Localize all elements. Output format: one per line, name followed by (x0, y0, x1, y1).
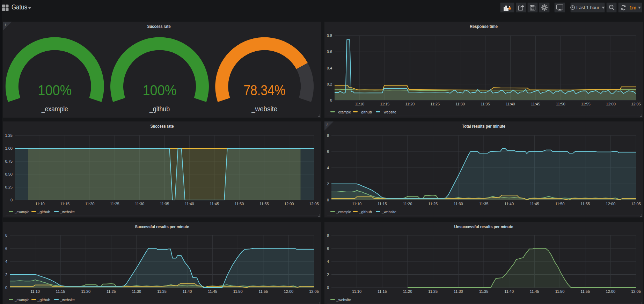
svg-text:11:30: 11:30 (135, 202, 144, 206)
svg-text:11:55: 11:55 (581, 102, 591, 106)
svg-text:11:35: 11:35 (479, 289, 489, 294)
svg-text:8: 8 (327, 233, 329, 237)
svg-text:100%: 100% (143, 82, 177, 98)
svg-text:12:05: 12:05 (631, 202, 641, 206)
svg-text:_website: _website (336, 298, 351, 302)
svg-text:0: 0 (10, 198, 13, 202)
svg-text:11:40: 11:40 (183, 289, 192, 294)
svg-text:11:15: 11:15 (378, 202, 387, 206)
svg-text:11:45: 11:45 (530, 202, 539, 206)
svg-text:Successful results per minute: Successful results per minute (135, 224, 189, 229)
svg-text:0.50: 0.50 (5, 172, 13, 176)
svg-text:6: 6 (327, 149, 329, 154)
svg-text:11:45: 11:45 (531, 102, 540, 106)
svg-text:_website: _website (251, 105, 277, 113)
svg-text:_example: _example (336, 210, 351, 214)
svg-text:11:40: 11:40 (506, 102, 515, 106)
svg-text:12:00: 12:00 (284, 289, 294, 294)
svg-text:_github: _github (149, 105, 170, 113)
svg-text:0.25: 0.25 (5, 185, 13, 189)
svg-text:11:10: 11:10 (35, 202, 45, 206)
svg-text:_website: _website (381, 110, 396, 114)
svg-text:11:30: 11:30 (455, 102, 465, 106)
svg-text:11:20: 11:20 (403, 202, 412, 206)
svg-text:11:50: 11:50 (235, 202, 244, 206)
svg-text:11:10: 11:10 (30, 289, 40, 294)
svg-text:11:35: 11:35 (481, 102, 490, 106)
svg-text:11:50: 11:50 (555, 202, 565, 206)
svg-text:11:40: 11:40 (185, 202, 194, 206)
svg-text:2: 2 (327, 273, 329, 277)
svg-text:_example: _example (41, 105, 68, 113)
svg-text:0.6: 0.6 (327, 50, 332, 54)
svg-text:11:30: 11:30 (132, 289, 141, 294)
svg-text:Total results per minute: Total results per minute (462, 124, 505, 129)
svg-text:_website: _website (381, 210, 396, 214)
svg-text:11:35: 11:35 (479, 202, 489, 206)
svg-text:11:40: 11:40 (504, 202, 514, 206)
svg-text:12:00: 12:00 (606, 102, 616, 106)
svg-text:1.00: 1.00 (5, 146, 13, 150)
svg-text:78.34%: 78.34% (243, 82, 285, 98)
svg-text:Response time: Response time (470, 24, 498, 29)
svg-text:11:20: 11:20 (85, 202, 95, 206)
svg-text:12:05: 12:05 (309, 202, 319, 206)
svg-text:8: 8 (327, 133, 329, 138)
svg-text:100%: 100% (38, 82, 72, 98)
svg-text:11:50: 11:50 (233, 289, 243, 294)
svg-text:0: 0 (327, 198, 329, 202)
svg-text:11:55: 11:55 (580, 202, 590, 206)
svg-text:0: 0 (330, 98, 332, 102)
svg-text:11:45: 11:45 (530, 289, 539, 294)
svg-text:11:15: 11:15 (60, 202, 69, 206)
svg-text:11:55: 11:55 (259, 202, 269, 206)
svg-text:_github: _github (359, 210, 372, 214)
svg-text:12:05: 12:05 (631, 289, 641, 294)
svg-text:11:30: 11:30 (454, 289, 463, 294)
svg-text:4: 4 (327, 166, 329, 170)
svg-text:11:15: 11:15 (378, 289, 387, 294)
svg-text:_website: _website (60, 298, 75, 302)
svg-text:11:25: 11:25 (107, 289, 116, 294)
svg-text:Success rate: Success rate (147, 24, 171, 29)
svg-text:11:10: 11:10 (352, 202, 361, 206)
svg-text:8: 8 (5, 233, 7, 237)
svg-text:11:40: 11:40 (504, 289, 514, 294)
svg-text:11:35: 11:35 (157, 289, 167, 294)
svg-text:4: 4 (327, 259, 329, 264)
svg-text:11:25: 11:25 (428, 202, 438, 206)
svg-text:11:50: 11:50 (555, 289, 565, 294)
svg-text:11:45: 11:45 (210, 202, 219, 206)
svg-text:1.25: 1.25 (5, 133, 13, 138)
svg-text:11:20: 11:20 (403, 289, 412, 294)
svg-text:Success rate: Success rate (151, 124, 174, 129)
svg-text:0.8: 0.8 (327, 34, 332, 38)
svg-text:11:20: 11:20 (81, 289, 90, 294)
svg-text:0.75: 0.75 (5, 159, 13, 163)
svg-text:0: 0 (5, 286, 7, 290)
svg-text:0.2: 0.2 (327, 82, 332, 86)
svg-text:11:15: 11:15 (56, 289, 65, 294)
svg-text:11:55: 11:55 (258, 289, 268, 294)
svg-text:Unsuccessful results per minut: Unsuccessful results per minute (454, 224, 513, 229)
svg-text:_example: _example (14, 298, 29, 302)
svg-text:4: 4 (5, 259, 7, 264)
svg-text:_github: _github (37, 210, 50, 214)
svg-text:11:55: 11:55 (580, 289, 590, 294)
svg-text:11:25: 11:25 (430, 102, 440, 106)
svg-text:_github: _github (359, 110, 372, 114)
svg-text:0.4: 0.4 (327, 66, 332, 70)
svg-text:11:10: 11:10 (352, 289, 361, 294)
svg-text:6: 6 (5, 246, 7, 251)
svg-text:11:50: 11:50 (556, 102, 565, 106)
svg-text:_example: _example (336, 110, 351, 114)
svg-text:11:25: 11:25 (428, 289, 438, 294)
svg-text:12:05: 12:05 (631, 102, 641, 106)
svg-text:2: 2 (5, 273, 7, 277)
svg-text:12:00: 12:00 (606, 202, 616, 206)
svg-text:11:15: 11:15 (380, 102, 389, 106)
svg-text:11:45: 11:45 (208, 289, 217, 294)
svg-text:12:05: 12:05 (309, 289, 319, 294)
svg-text:11:25: 11:25 (110, 202, 119, 206)
svg-text:6: 6 (327, 246, 329, 251)
